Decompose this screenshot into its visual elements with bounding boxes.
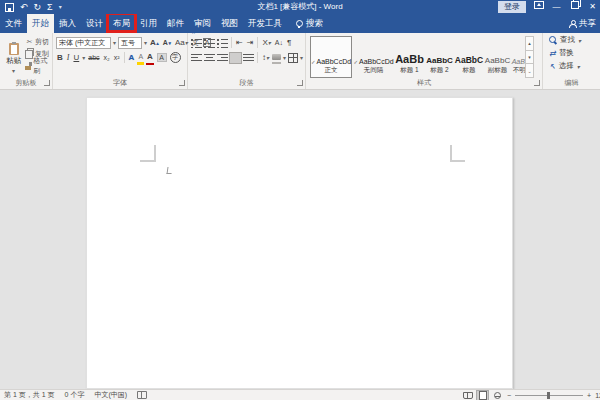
document-page[interactable]: [86, 97, 513, 389]
qat-customize-icon[interactable]: ▾: [59, 1, 62, 13]
close-icon[interactable]: ✕: [587, 1, 598, 13]
paste-button[interactable]: 粘贴 ▾: [3, 36, 24, 80]
zoom-out-icon[interactable]: −: [507, 392, 511, 399]
decrease-indent-icon[interactable]: ⇤: [235, 37, 244, 49]
show-formatting-marks-icon[interactable]: ¶: [286, 37, 292, 49]
tab-file[interactable]: 文件: [0, 14, 27, 33]
underline-button[interactable]: U: [72, 52, 80, 64]
font-color-button[interactable]: A: [146, 51, 154, 65]
tab-references[interactable]: 引用: [135, 14, 162, 33]
increase-indent-icon[interactable]: ⇥: [246, 37, 255, 49]
superscript-button[interactable]: x²: [113, 52, 121, 64]
bold-button[interactable]: B: [56, 52, 64, 64]
find-caret-icon: ▾: [578, 37, 581, 44]
strikethrough-button[interactable]: abc: [87, 52, 100, 64]
find-label: 查找: [560, 35, 575, 45]
tab-layout[interactable]: 布局: [108, 14, 135, 33]
line-spacing-icon[interactable]: ↕▾: [261, 52, 270, 64]
select-caret-icon: ▾: [577, 63, 580, 70]
cut-button[interactable]: ✂ 剪切: [25, 37, 52, 47]
share-button[interactable]: 共享: [569, 14, 596, 33]
character-shading-button[interactable]: A: [157, 53, 167, 62]
style-heading2[interactable]: AaBbC 标题 2: [425, 36, 454, 78]
font-name-select[interactable]: 宋体 (中文正文: [56, 37, 111, 49]
justify-icon[interactable]: [230, 53, 241, 63]
style-no-spacing[interactable]: ✓AaBbCcDd 无间隔: [353, 36, 394, 78]
font-dialog-launcher[interactable]: [179, 80, 185, 86]
tab-mailings[interactable]: 邮件: [162, 14, 189, 33]
align-left-icon[interactable]: [191, 53, 202, 63]
style-heading1[interactable]: AaBb 标题 1: [395, 36, 424, 78]
styles-more-icon[interactable]: ⌄: [525, 63, 534, 78]
styles-scroll-down-icon[interactable]: ▾: [525, 50, 534, 64]
asian-layout-button[interactable]: X▾: [261, 37, 271, 49]
ribbon-display-options-icon[interactable]: [534, 1, 544, 9]
zoom-slider-thumb[interactable]: [547, 392, 550, 399]
language-indicator[interactable]: 中文(中国): [94, 390, 127, 400]
select-button[interactable]: ↖ 选择 ▾: [549, 60, 600, 72]
sort-icon[interactable]: A↓: [274, 37, 284, 49]
clipboard-dialog-launcher[interactable]: [44, 80, 50, 86]
distributed-icon[interactable]: [243, 53, 254, 63]
styles-group-label: 样式: [306, 78, 542, 88]
paste-label: 粘贴: [6, 56, 21, 66]
find-button[interactable]: 查找 ▾: [549, 34, 600, 46]
web-layout-view-icon[interactable]: [492, 391, 503, 400]
font-size-select[interactable]: 五号: [118, 37, 142, 49]
zoom-level[interactable]: 12: [595, 392, 600, 399]
page-indicator[interactable]: 第 1 页，共 1 页: [4, 390, 55, 400]
ribbon: 粘贴 ▾ ✂ 剪切 复制 格式刷 剪贴板: [0, 33, 600, 90]
editing-group: 查找 ▾ ⇄ 替换 ↖ 选择 ▾ 编辑: [543, 33, 600, 89]
grow-font-button[interactable]: A▴: [149, 37, 160, 49]
numbering-icon[interactable]: [204, 38, 215, 48]
tab-insert[interactable]: 插入: [54, 14, 81, 33]
style-subtitle[interactable]: AaBbC 副标题: [484, 36, 511, 78]
tab-view[interactable]: 视图: [216, 14, 243, 33]
shrink-font-button[interactable]: A▾: [162, 37, 172, 49]
word-count[interactable]: 0 个字: [65, 390, 85, 400]
undo-icon[interactable]: ↶: [20, 1, 28, 13]
bullets-icon[interactable]: [191, 38, 202, 48]
borders-icon[interactable]: [288, 53, 298, 63]
text-effects-button[interactable]: A: [128, 52, 136, 64]
tab-developer[interactable]: 开发工具: [243, 14, 287, 33]
format-painter-button[interactable]: 格式刷: [25, 61, 52, 71]
save-icon[interactable]: [5, 3, 14, 12]
italic-button[interactable]: I: [66, 52, 71, 64]
zoom-in-icon[interactable]: +: [587, 392, 591, 399]
copy-icon: [25, 50, 33, 59]
styles-dialog-launcher[interactable]: [534, 80, 540, 86]
tab-design[interactable]: 设计: [81, 14, 108, 33]
proofing-icon[interactable]: [137, 391, 147, 399]
print-layout-view-icon[interactable]: [477, 391, 488, 400]
style-title[interactable]: AaBbC 标题: [455, 36, 483, 78]
tab-home[interactable]: 开始: [27, 14, 54, 33]
redo-icon[interactable]: ↻: [34, 1, 42, 13]
shading-bucket-icon[interactable]: [272, 54, 281, 60]
zoom-slider[interactable]: [515, 395, 583, 396]
tell-me-search[interactable]: 搜索: [296, 14, 323, 33]
styles-scroll-up-icon[interactable]: ▴: [525, 36, 534, 50]
style-normal[interactable]: ✓AaBbCcDd 正文: [310, 36, 352, 78]
align-right-icon[interactable]: [217, 53, 228, 63]
shading-caret-icon: ▾: [283, 54, 286, 61]
paragraph-dialog-launcher[interactable]: [297, 80, 303, 86]
restore-icon[interactable]: [571, 1, 579, 9]
highlight-color-button[interactable]: A: [137, 50, 144, 65]
multilevel-list-icon[interactable]: [217, 38, 228, 48]
subscript-button[interactable]: x₂: [103, 52, 111, 64]
minimize-icon[interactable]: —: [551, 1, 562, 13]
sign-in-button[interactable]: 登录: [498, 1, 526, 13]
change-case-button[interactable]: Aa▾: [174, 37, 189, 49]
align-center-icon[interactable]: [204, 53, 215, 63]
editing-group-label: 编辑: [543, 78, 600, 88]
underline-caret-icon: ▾: [82, 54, 85, 61]
ribbon-tab-bar: 文件 开始 插入 设计 布局 引用 邮件 审阅 视图 开发工具 搜索 共享: [0, 14, 600, 33]
format-painter-icon: [25, 66, 31, 70]
equation-icon[interactable]: Σ: [47, 1, 53, 13]
tab-review[interactable]: 审阅: [189, 14, 216, 33]
read-mode-view-icon[interactable]: [462, 391, 473, 400]
enclose-characters-button[interactable]: 字: [170, 52, 181, 63]
replace-button[interactable]: ⇄ 替换: [549, 47, 600, 59]
styles-gallery: ✓AaBbCcDd 正文 ✓AaBbCcDd 无间隔 AaBb 标题 1 AaB…: [310, 36, 531, 78]
